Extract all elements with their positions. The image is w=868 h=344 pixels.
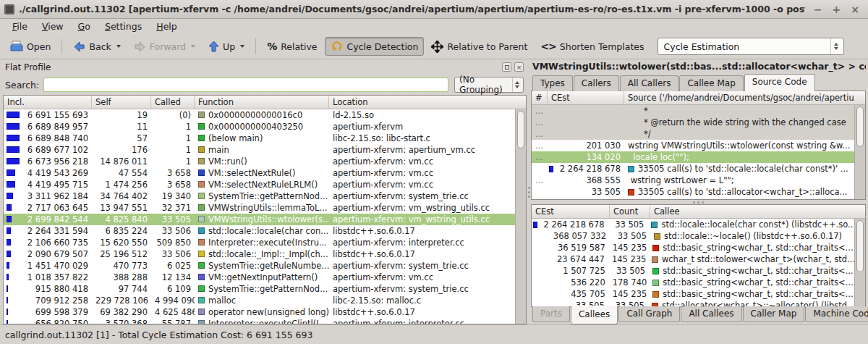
shorten-templates-toggle-button[interactable]: <> Shorten Templates [535,37,650,56]
callee-row[interactable]: 435 705145 235std::basic_string<wchar_t,… [532,288,854,300]
table-row[interactable]: 699 598 37969 382 2904 625 486operator n… [4,306,515,318]
back-dropdown-caret[interactable] [116,45,121,48]
cell-incl: 3 311 962 184 [4,191,92,201]
up-button[interactable]: Up [203,37,250,56]
event-type-spinner[interactable] [830,38,842,54]
callee-row[interactable]: 36 519 587145 235std::basic_string<wchar… [532,242,854,253]
tab-source-code[interactable]: Source Code [744,74,815,91]
column-header-location[interactable]: Location [329,96,526,109]
flat-profile-scrollbar[interactable] [515,109,526,324]
open-button[interactable]: Open [4,37,56,56]
table-row[interactable]: 6 689 677 1021761mainapertium-xfervm: ap… [4,144,515,156]
source-line-row[interactable]: ...134 020 locale loc(""); [532,151,854,163]
callee-row[interactable]: 368 057 33233 505std::locale::~locale() … [532,230,854,242]
tab-parts[interactable]: Parts [532,306,570,322]
menu-view[interactable]: View [35,20,70,33]
close-button[interactable]: × [851,2,859,17]
source-column-header[interactable]: CEst [548,91,624,104]
callees-column-header[interactable]: CEst [532,205,610,218]
incl-value: 1 018 357 822 [7,272,88,282]
table-row[interactable]: 709 912 258229 728 1064 994 090malloclib… [4,295,515,306]
function-type-icon [198,123,205,130]
menu-file[interactable]: File [6,20,34,33]
table-row[interactable]: 4 419 495 7151 474 2563 658VM::selectNex… [4,179,515,190]
tab-call-graph[interactable]: Call Graph [618,306,680,322]
table-row[interactable]: 656 820 7503 570 36855 787Interpreter::e… [4,318,515,324]
table-row[interactable]: 2 264 331 5946 835 22433 506std::locale:… [4,225,515,237]
scrollbar-thumb[interactable] [856,220,864,272]
grouping-select[interactable]: (No Grouping) [454,77,524,93]
callee-row[interactable]: 536 220178 740std::basic_string<wchar_t,… [532,277,854,288]
source-line-row[interactable]: ... * [532,105,854,117]
source-line-row[interactable]: ... * @return the wide string with the c… [532,117,854,128]
minimize-button[interactable]: − [814,2,822,17]
tab-machine-code[interactable]: Machine Code [805,306,868,322]
scrollbar-thumb[interactable] [856,106,864,147]
callee-row[interactable]: 1 507 72533 505std::basic_string<wchar_t… [532,265,854,277]
callees-scrollbar[interactable] [854,219,865,306]
table-row[interactable]: 2 090 679 50725 196 51233 506std::locale… [4,248,515,260]
column-header-self[interactable]: Self [92,96,151,109]
source-column-header[interactable]: # [532,91,548,104]
tab-all-callees[interactable]: All Callees [681,306,741,322]
table-row[interactable]: 6 673 956 21814 876 0111VM::run()apertiu… [4,156,515,167]
table-row[interactable]: 6 691 155 69319(0)0x00000000000016c0ld-2… [4,109,515,121]
column-header-called[interactable]: Called [151,96,195,109]
dock-close-button[interactable]: × [514,62,524,72]
menu-help[interactable]: Help [150,20,184,33]
source-line-row[interactable]: ...201 030wstring VMWstringUtils::wtolow… [532,140,854,151]
callees-column-header[interactable]: Count [610,205,650,218]
source-column-header[interactable]: Source ('/home/andrei/Documents/gsoc/and… [624,91,865,104]
table-row[interactable]: 6 689 849 9571110x0000000000403250aperti… [4,121,515,133]
table-row[interactable]: 2 106 660 73515 620 550509 850Interprete… [4,237,515,248]
callee-row[interactable]: 23 674 447145 235wchar_t std::tolower<wc… [532,253,854,265]
source-line-row[interactable]: ...368 555 wstring wstrLower = L""; [532,175,854,186]
function-name: VM::run() [208,156,247,167]
cost-bar [7,309,8,315]
source-line-row[interactable]: 33 50533505 call(s) to 'std::allocator<w… [532,198,854,199]
tab-types[interactable]: Types [532,75,573,91]
table-row[interactable]: 2 699 842 5444 825 84033 505VMWstringUti… [4,214,515,225]
tab-callers[interactable]: Callers [574,75,619,91]
table-row[interactable]: 2 717 063 64513 947 55132 371VMWstringUt… [4,202,515,214]
grouping-spinner[interactable] [512,77,522,92]
source-line-row[interactable]: ... */ [532,128,854,140]
cell-self: 3 570 368 [92,319,151,324]
tab-callee-map[interactable]: Callee Map [679,75,743,91]
table-row[interactable]: 915 880 41897 7446 109SystemTrie::getPat… [4,283,515,295]
source-scrollbar[interactable] [854,105,865,199]
dock-float-button[interactable] [502,62,511,72]
column-header-function[interactable]: Function [195,96,329,109]
column-header-incl[interactable]: Incl. [4,96,92,109]
menu-bar: FileViewGoSettingsHelp [0,19,868,34]
cell-count: 145 235 [608,254,648,264]
search-input[interactable] [43,77,448,92]
maximize-button[interactable]: + [833,2,841,17]
menu-settings[interactable]: Settings [98,20,148,33]
tab-caller-map[interactable]: Caller Map [743,306,805,322]
cest-value: 33 505 [551,187,621,197]
source-line-row[interactable]: 2 264 218 67833505 call(s) to 'std::loca… [532,163,854,175]
tab-all-callers[interactable]: All Callers [620,75,679,91]
cost-bar [7,204,12,211]
table-row[interactable]: 3 311 962 18434 764 40219 340SystemTrie:… [4,190,515,202]
scrollbar-thumb[interactable] [517,111,524,148]
table-row[interactable]: 1 451 470 029470 7736 025SystemTrie::get… [4,260,515,272]
table-row[interactable]: 4 419 543 26947 5543 658VM::selectNextRu… [4,167,515,179]
relative-to-parent-toggle-button[interactable]: Relative to Parent [425,37,533,56]
up-dropdown-caret[interactable] [240,45,244,48]
cycle-detection-toggle-button[interactable]: Cycle Detection [325,37,425,56]
callee-row[interactable]: 2 264 218 67833 505std::locale::locale(c… [532,219,854,230]
table-row[interactable]: 6 689 848 740571(below main)libc-2.15.so… [4,133,515,144]
callees-column-header[interactable]: Callee [650,205,865,218]
forward-button[interactable]: Forward [128,38,201,56]
menu-go[interactable]: Go [72,20,97,33]
back-button[interactable]: Back [67,38,126,56]
table-row[interactable]: 1 018 357 822388 28812 134VM::getNextInp… [4,272,515,283]
cost-bar [7,239,11,246]
source-line-row[interactable]: 33 50533505 call(s) to 'std::allocator<w… [532,186,854,198]
tab-callees[interactable]: Callees [571,306,618,324]
cell-cest: 536 220 [532,277,609,288]
event-type-select[interactable]: Cycle Estimation [658,38,844,55]
relative-toggle-button[interactable]: % Relative [261,37,323,56]
